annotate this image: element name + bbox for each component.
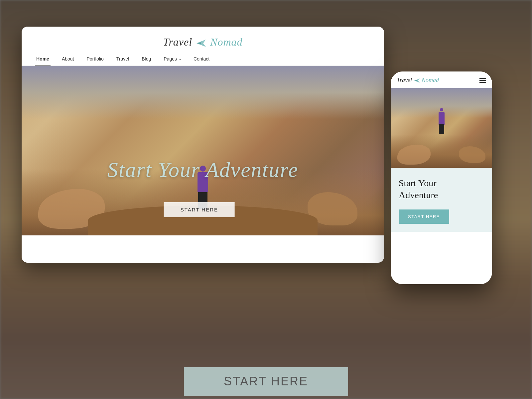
- nav-item-portfolio[interactable]: Portfolio: [85, 53, 105, 66]
- mobile-logo-travel: Travel: [397, 77, 412, 83]
- mobile-hamburger-button[interactable]: [479, 78, 486, 83]
- mobile-content-area: Start YourAdventure Start Here: [391, 168, 492, 232]
- hamburger-line-1: [479, 78, 486, 79]
- pages-label: Pages: [164, 56, 177, 62]
- hero-title-text: Start Your Adventure: [107, 158, 299, 182]
- bottom-cta-area: Start Here: [184, 367, 348, 396]
- logo-text-before: Travel Nomad: [163, 36, 242, 48]
- nav-item-contact[interactable]: Contact: [192, 53, 211, 66]
- desktop-nav: Home About Portfolio Travel Blog Pages ▾…: [22, 53, 384, 66]
- mobile-person-head: [440, 108, 443, 111]
- mobile-hero: [391, 88, 492, 168]
- bottom-cta-text: Start Here: [224, 374, 308, 388]
- logo-travel-word: Travel: [163, 36, 192, 48]
- dropdown-arrow-icon: ▾: [179, 58, 181, 61]
- nav-item-about[interactable]: About: [61, 53, 75, 66]
- desktop-header: Travel Nomad Home About Portfolio Travel…: [22, 27, 384, 66]
- desktop-mockup: Travel Nomad Home About Portfolio Travel…: [22, 27, 384, 263]
- desktop-hero: Start Your Adventure Start Here: [22, 66, 384, 235]
- mobile-logo-nomad: Nomad: [422, 77, 439, 83]
- mobile-person-legs: [439, 124, 444, 134]
- nav-item-blog[interactable]: Blog: [140, 53, 152, 66]
- nav-item-home[interactable]: Home: [35, 53, 51, 66]
- mobile-person-body: [439, 112, 445, 125]
- mobile-paper-plane-icon: [414, 78, 420, 83]
- hero-title: Start Your Adventure: [22, 158, 384, 182]
- hero-cta-button[interactable]: Start Here: [164, 202, 235, 217]
- hero-cta-area: Start Here: [164, 202, 235, 217]
- mobile-header: Travel Nomad: [391, 71, 492, 88]
- nav-item-travel[interactable]: Travel: [115, 53, 130, 66]
- desktop-logo: Travel Nomad: [22, 33, 384, 53]
- hamburger-line-3: [479, 82, 486, 83]
- mobile-content-title: Start YourAdventure: [399, 177, 484, 201]
- nav-item-pages[interactable]: Pages ▾: [162, 53, 182, 66]
- mobile-cta-button[interactable]: Start Here: [399, 209, 449, 224]
- mobile-logo: Travel Nomad: [397, 77, 439, 84]
- mobile-mockup: Travel Nomad Start YourAdventure S: [391, 71, 492, 284]
- logo-nomad-word: Nomad: [210, 36, 242, 48]
- paper-plane-icon: [197, 40, 206, 47]
- hero-sky: [22, 66, 384, 119]
- hamburger-line-2: [479, 80, 486, 81]
